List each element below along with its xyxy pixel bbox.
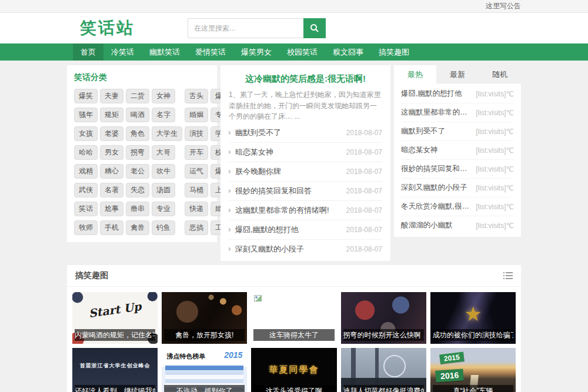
- ranking-list-item[interactable]: 酸溜溜的小幽默 [list:visits]℃: [401, 216, 514, 234]
- category-tag[interactable]: 男女: [100, 145, 123, 160]
- article-list-item[interactable]: 这幽默里都非常的有情绪啊! 2018-08-07: [229, 201, 382, 220]
- category-tag[interactable]: 运气: [185, 164, 208, 179]
- ranking-visits: [list:visits]℃: [476, 146, 514, 155]
- category-tag[interactable]: 大学生: [152, 126, 182, 141]
- bullet-arrow-icon: [229, 169, 231, 174]
- article-title: 这幽默里都非常的有情绪啊!: [235, 205, 342, 216]
- category-tag[interactable]: 开车: [185, 145, 208, 160]
- ranking-tab[interactable]: 随机: [479, 65, 521, 83]
- list-icon[interactable]: [503, 272, 513, 280]
- category-tag[interactable]: 爆笑: [74, 89, 98, 103]
- article-list-item[interactable]: 幽默到受不了 2018-08-07: [229, 123, 382, 143]
- ranking-list-item[interactable]: 深刻又幽默的小段子 [list:visits]℃: [401, 179, 514, 197]
- site-logo[interactable]: 笑话站: [80, 17, 135, 39]
- category-tags: 爆笑 夫妻 二货 女神 舌头 爆囧 骚年 规矩 喝酒 名字: [74, 89, 210, 235]
- gallery-item[interactable]: 2015 2016 真“社会”车辆: [430, 348, 516, 392]
- article-date: 2018-08-07: [346, 148, 382, 156]
- category-tag[interactable]: 大哥: [152, 145, 175, 160]
- category-tag[interactable]: 禽兽: [126, 220, 149, 235]
- search-button[interactable]: [303, 18, 326, 38]
- category-tag[interactable]: 婚姻: [185, 108, 208, 122]
- ranking-list-item[interactable]: 这幽默里都非常的有情绪啊! [list:visits]℃: [401, 103, 514, 122]
- article-list-item[interactable]: 爆囧,幽默的想打他 2018-08-07: [229, 220, 382, 240]
- nav-item[interactable]: 糗文囧事: [325, 43, 371, 61]
- article-list-item[interactable]: 很妙的搞笑回复和回答 2018-08-07: [229, 182, 382, 201]
- ranking-list-item[interactable]: 冬天欣赏冷幽默,很配哦 [list:visits]℃: [401, 197, 514, 216]
- ranking-visits: [list:visits]℃: [476, 90, 514, 98]
- article-title: 暗恋某女神: [235, 147, 342, 158]
- gallery-item[interactable]: Start Up 内蒙喝酒的规矩，记住名字: [72, 292, 158, 344]
- announcement-text: 这里写公告: [486, 1, 521, 11]
- category-tag[interactable]: 笑话: [74, 202, 98, 216]
- category-tag[interactable]: 撸串: [126, 202, 149, 216]
- ranking-list-item[interactable]: 很妙的搞笑回复和回答 [list:visits]℃: [401, 160, 514, 179]
- bullet-arrow-icon: [229, 150, 231, 155]
- featured-title[interactable]: 这冷幽默的笑后感是:很无语啊!: [229, 73, 382, 85]
- ranking-list-item[interactable]: 幽默到受不了 [list:visits]℃: [401, 122, 514, 141]
- gallery-item[interactable]: 華夏同學會 这舌头谁受得了啊: [251, 348, 336, 392]
- category-tag[interactable]: 吹牛: [152, 164, 175, 179]
- category-tag[interactable]: 老公: [126, 164, 149, 179]
- article-list-item[interactable]: 暗恋某女神 2018-08-07: [229, 143, 382, 162]
- category-tag[interactable]: 牧师: [74, 220, 98, 235]
- nav-item[interactable]: 冷笑话: [103, 43, 142, 61]
- image-caption: 拐弯的时候别开这么快啊，大哥: [343, 329, 424, 341]
- category-tag[interactable]: 糟心: [100, 164, 123, 179]
- nav-item[interactable]: 爆笑男女: [233, 43, 279, 61]
- category-tag[interactable]: 汤圆: [152, 183, 175, 197]
- category-tag[interactable]: 名著: [100, 183, 123, 197]
- featured-list: 幽默到受不了 2018-08-07 暗恋某女神 2018-08-07 朕今晚翻你…: [229, 123, 382, 259]
- ranking-title: 深刻又幽默的小段子: [401, 183, 467, 193]
- category-tag[interactable]: 快递: [185, 202, 208, 216]
- gallery-item[interactable]: 拐弯的时候别开这么快啊，大哥: [341, 292, 426, 344]
- bullet-arrow-icon: [229, 208, 231, 213]
- nav-item[interactable]: 首页: [73, 43, 103, 61]
- category-tag[interactable]: 失恋: [126, 183, 149, 197]
- gallery-item[interactable]: 成功的被你们的演技给骗了: [430, 292, 516, 344]
- gallery-item[interactable]: 沸点特色榜单 2015 不许动，抓到你了: [162, 348, 247, 392]
- category-tag[interactable]: 二货: [126, 89, 149, 103]
- ranking-tab[interactable]: 最新: [436, 65, 479, 83]
- category-tag[interactable]: 规矩: [100, 108, 123, 122]
- image-caption: 不许动，抓到你了: [164, 385, 245, 392]
- ranking-list-item[interactable]: 爆囧,幽默的想打他 [list:visits]℃: [401, 85, 514, 103]
- nav-item[interactable]: 幽默笑话: [142, 43, 188, 61]
- gallery-item[interactable]: 首届浙江省大学生创业峰会 还好没人看到，继续喝我的八二年: [72, 348, 158, 392]
- category-tag[interactable]: 拐弯: [126, 145, 149, 160]
- category-tag[interactable]: 手机: [100, 220, 123, 235]
- ranking-list-item[interactable]: 暗恋某女神 [list:visits]℃: [401, 141, 514, 160]
- category-tag[interactable]: 恶搞: [185, 220, 208, 235]
- category-tag[interactable]: 名字: [152, 108, 175, 122]
- gallery-item[interactable]: 迪拜人切菜都好像挺浪费的: [341, 348, 426, 392]
- article-list-item[interactable]: 深刻又幽默的小段子 2018-08-07: [229, 240, 382, 259]
- category-tag[interactable]: 角色: [126, 126, 149, 141]
- ranking-title: 这幽默里都非常的有情绪啊!: [401, 108, 472, 118]
- category-tag[interactable]: 老婆: [100, 126, 123, 141]
- gallery-item[interactable]: 这车骑得太牛了: [251, 292, 336, 344]
- category-tag[interactable]: 演技: [185, 126, 208, 141]
- category-tag[interactable]: 骚年: [74, 108, 98, 122]
- article-title: 幽默到受不了: [235, 128, 342, 138]
- category-tag[interactable]: 戏精: [74, 164, 98, 179]
- ranking-visits: [list:visits]℃: [476, 184, 514, 192]
- category-tag[interactable]: 专业: [152, 202, 175, 216]
- category-tag[interactable]: 武侠: [74, 183, 98, 197]
- category-tag[interactable]: 夫妻: [100, 89, 123, 103]
- gallery-item[interactable]: 禽兽，放开那女孩!: [162, 292, 247, 344]
- category-tag[interactable]: 舌头: [185, 89, 208, 103]
- category-tag[interactable]: 尬事: [100, 202, 123, 216]
- search-input[interactable]: [188, 18, 304, 38]
- article-list-item[interactable]: 朕今晚翻你牌 2018-08-07: [229, 162, 382, 182]
- nav-item[interactable]: 爱情笑话: [188, 43, 233, 61]
- category-tag[interactable]: 马桶: [185, 183, 208, 197]
- nav-item[interactable]: 校园笑话: [279, 43, 325, 61]
- nav-item[interactable]: 搞笑趣图: [371, 43, 417, 61]
- category-tag[interactable]: 哈哈: [74, 145, 98, 160]
- image-inner-text: 華夏同學會: [251, 364, 336, 376]
- search-icon: [310, 24, 319, 33]
- category-tag[interactable]: 女神: [152, 89, 175, 103]
- category-tag[interactable]: 钓鱼: [152, 220, 175, 235]
- category-tag[interactable]: 女孩: [74, 126, 98, 141]
- category-tag[interactable]: 喝酒: [126, 108, 149, 122]
- ranking-tab[interactable]: 最热: [394, 65, 436, 83]
